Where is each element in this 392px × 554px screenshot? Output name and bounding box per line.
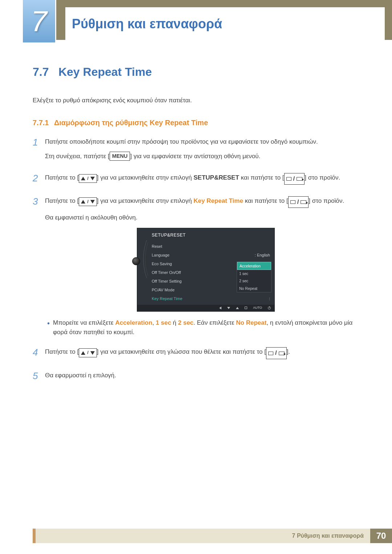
step-2: 2 Πατήστε το [/] για να μετακινηθείτε στ… — [33, 173, 367, 190]
osd-key-left — [219, 307, 221, 309]
osd-footer-keys: AUTO — [137, 305, 274, 311]
step-5-text: Θα εφαρμοστεί η επιλογή. — [45, 371, 116, 380]
step-number: 2 — [33, 173, 45, 190]
step-3-after: Θα εμφανιστεί η ακόλουθη οθόνη. — [45, 213, 367, 222]
osd-dropdown-option: 2 sec — [237, 277, 271, 284]
step-1-text-1: Πατήστε οποιοδήποτε κουμπί στην πρόσοψη … — [45, 137, 318, 147]
step-number: 3 — [33, 196, 45, 341]
chapter-number: 7 — [31, 5, 47, 38]
step-4-text: Πατήστε το [/] για να μετακινηθείτε στη … — [45, 347, 290, 359]
section-title: Key Repeat Time — [58, 65, 152, 79]
osd-knob-icon — [132, 257, 140, 265]
osd-key-enter — [245, 307, 247, 309]
subsection-number: 7.7.1 — [33, 119, 49, 127]
step-4: 4 Πατήστε το [/] για να μετακινηθείτε στ… — [33, 347, 367, 364]
footer-label-bar: 7 Ρύθμιση και επαναφορά — [33, 529, 370, 543]
step-number: 4 — [33, 347, 45, 364]
bullet-note: • Μπορείτε να επιλέξετε Acceleration, 1 … — [45, 318, 367, 337]
page-footer: 7 Ρύθμιση και επαναφορά 70 — [33, 529, 392, 543]
osd-row: Language: English — [152, 251, 270, 259]
osd-dropdown-option: No Repeat — [237, 285, 271, 292]
footer-page-number: 70 — [370, 529, 392, 543]
osd-dropdown: Acceleration1 sec2 secNo Repeat — [237, 262, 271, 292]
step-5: 5 Θα εφαρμοστεί η επιλογή. — [33, 371, 367, 385]
chapter-title: Ρύθμιση και επαναφορά — [72, 16, 222, 32]
menu-button-inline: MENU — [110, 152, 130, 160]
chapter-tab: 7 — [22, 0, 56, 44]
osd-key-auto: AUTO — [253, 305, 262, 311]
osd-key-up — [236, 307, 239, 309]
section-number: 7.7 — [33, 65, 49, 79]
footer-accent — [33, 529, 36, 543]
osd-key-power — [268, 307, 271, 309]
step-3: 3 Πατήστε το [/] για να μετακινηθείτε στ… — [33, 196, 367, 341]
chapter-title-bar: Ρύθμιση και επαναφορά — [65, 7, 385, 41]
step-2-text: Πατήστε το [/] για να μετακινηθείτε στην… — [45, 173, 340, 185]
subsection-heading: 7.7.1 Διαμόρφωση της ρύθμισης Key Repeat… — [33, 119, 367, 127]
osd-dropdown-option: 1 sec — [237, 270, 271, 277]
nav-up-down-icon: / — [79, 348, 97, 357]
osd-row: Reset — [152, 242, 270, 251]
step-number: 1 — [33, 137, 45, 167]
osd-arc-decoration — [139, 239, 149, 279]
step-number: 5 — [33, 371, 45, 385]
key-repeat-time-label: Key Repeat Time — [193, 197, 243, 204]
nav-up-down-icon: / — [79, 197, 97, 206]
section-intro: Ελέγξτε το ρυθμό απόκρισης ενός κουμπιού… — [33, 97, 367, 104]
enter-icon: / — [266, 347, 287, 359]
footer-label: 7 Ρύθμιση και επαναφορά — [292, 533, 364, 539]
step-1: 1 Πατήστε οποιοδήποτε κουμπί στην πρόσοψ… — [33, 137, 367, 167]
setup-reset-label: SETUP&RESET — [193, 174, 239, 181]
bullet-text: Μπορείτε να επιλέξετε Acceleration, 1 se… — [53, 318, 367, 337]
osd-dropdown-option: Acceleration — [237, 262, 271, 270]
osd-row: Key Repeat Time: — [152, 295, 270, 303]
section-heading: 7.7 Key Repeat Time — [33, 65, 367, 79]
enter-icon: / — [288, 196, 309, 208]
osd-key-down — [227, 307, 230, 309]
nav-up-down-icon: / — [79, 174, 97, 183]
step-1-text-2: Στη συνέχεια, πατήστε [MENU] για να εμφα… — [45, 152, 318, 161]
osd-screenshot: SETUP&RESET ResetLanguage: EnglishEco Sa… — [137, 228, 275, 312]
step-3-text: Πατήστε το [/] για να μετακινηθείτε στην… — [45, 196, 367, 208]
enter-icon: / — [284, 173, 305, 185]
subsection-title: Διαμόρφωση της ρύθμισης Key Repeat Time — [54, 119, 208, 127]
osd-title: SETUP&RESET — [152, 232, 270, 239]
bullet-icon: • — [45, 318, 53, 337]
